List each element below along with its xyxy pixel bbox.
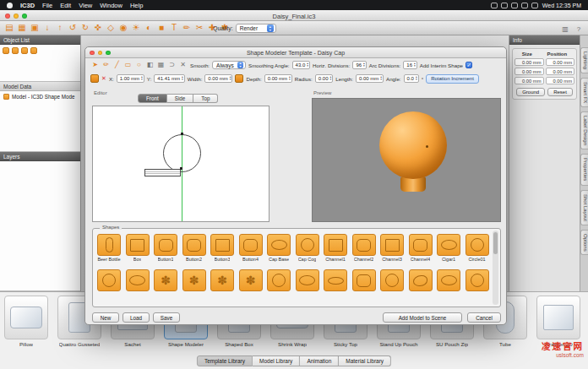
new-button[interactable]: New	[92, 312, 119, 323]
shape-item[interactable]	[436, 269, 461, 291]
redo-icon[interactable]: ↻	[80, 23, 90, 34]
add-icon[interactable]	[3, 47, 9, 54]
shape-item[interactable]: ✽	[238, 269, 264, 291]
profile-editor-canvas[interactable]	[92, 106, 270, 222]
shapes-scrollbar[interactable]	[493, 231, 498, 305]
panel-toggle-icon[interactable]: ▥	[560, 24, 570, 35]
stepper-icon[interactable]: ▴▾	[380, 76, 382, 82]
stepper-icon[interactable]: ▴▾	[289, 76, 291, 82]
smooth-dropdown-icon[interactable]: ▴▾	[237, 62, 243, 68]
tab-material-library[interactable]: Material Library	[339, 355, 391, 366]
edit-handle[interactable]	[180, 167, 182, 170]
rect-tool-icon[interactable]: ▭	[123, 61, 133, 70]
side-tab-shot-layout[interactable]: Shot Layout	[580, 190, 588, 225]
shape-item[interactable]	[125, 269, 150, 291]
editor-tab-front[interactable]: Front	[138, 94, 167, 103]
select-tool-icon[interactable]: ➤	[90, 61, 100, 70]
stepper-icon[interactable]: ▴▾	[230, 76, 231, 82]
help-icon[interactable]: ?	[574, 24, 584, 35]
stepper-icon[interactable]: ▴▾	[307, 62, 308, 68]
grid-snap-icon[interactable]: ▦	[156, 61, 166, 70]
eye-icon[interactable]	[30, 47, 37, 54]
shape-item[interactable]	[295, 269, 320, 291]
length-field[interactable]: 0.00 mm ▴▾	[356, 74, 384, 83]
shape-item[interactable]	[323, 269, 348, 291]
menu-edit[interactable]: Edit	[60, 2, 71, 9]
smoothing-angle-field[interactable]: 43.0 ▴▾	[292, 61, 310, 69]
profile-neck-shape[interactable]	[144, 169, 181, 176]
material-tool-icon[interactable]: ◐	[144, 23, 154, 34]
shape-item[interactable]	[465, 269, 490, 291]
y-field[interactable]: 41.41 mm ▴▾	[154, 74, 184, 83]
ground-button[interactable]: Ground	[516, 88, 545, 96]
side-tab-options[interactable]: Options	[580, 230, 588, 256]
stepper-icon[interactable]: ▴▾	[182, 76, 183, 82]
value-field[interactable]: 0.00 mm	[546, 77, 575, 84]
shape-item-cap-base[interactable]: Cap Base	[266, 234, 291, 262]
shape-item-channel3[interactable]: Channel3	[379, 234, 405, 262]
menu-view[interactable]: View	[79, 2, 92, 9]
stepper-icon[interactable]: ▴▾	[141, 76, 143, 82]
dialog-titlebar[interactable]: Shape Modeler Template - Daisy Cap	[85, 47, 506, 58]
scale-tool-icon[interactable]: ◇	[106, 23, 116, 34]
remove-icon[interactable]	[12, 47, 19, 54]
shape-item[interactable]	[351, 269, 377, 291]
add-interim-checkbox[interactable]	[466, 62, 472, 68]
shape-item-button3[interactable]: Button3	[210, 234, 235, 262]
side-tab-label-design[interactable]: Label Design	[580, 111, 588, 149]
tab-model-library[interactable]: Model Library	[253, 355, 300, 366]
cut-tool-icon[interactable]: ✂	[194, 23, 204, 34]
value-field[interactable]: 0.00 mm	[546, 68, 575, 75]
x-field[interactable]: 1.00 mm ▴▾	[117, 74, 144, 83]
reset-button[interactable]: Reset	[547, 88, 573, 96]
edit-handle[interactable]	[181, 133, 183, 135]
stepper-icon[interactable]: ▴▾	[329, 76, 331, 82]
mirror-tool-icon[interactable]: ◧	[145, 61, 155, 70]
add-model-to-scene-button[interactable]: Add Model to Scene	[383, 312, 462, 323]
editor-tab-top[interactable]: Top	[193, 94, 218, 103]
stepper-icon[interactable]: ▴▾	[414, 62, 416, 68]
radius-field[interactable]: 0.00 ▴▾	[315, 74, 333, 83]
menubar-clock[interactable]: Wed 12:35 PM	[542, 3, 581, 8]
model-tree-item[interactable]: Model - IC3D Shape Mode	[0, 91, 80, 102]
stepper-icon[interactable]: ▴▾	[363, 62, 365, 68]
model-tree-body[interactable]: Model - IC3D Shape Mode	[0, 91, 80, 152]
menu-ic3d[interactable]: IC3D	[20, 2, 35, 9]
open-file-icon[interactable]: ▦	[17, 23, 27, 34]
folder-icon[interactable]	[21, 47, 28, 54]
shape-item-cap-cog[interactable]: Cap Cog	[295, 234, 320, 262]
delete-point-icon[interactable]: ✕	[101, 75, 106, 82]
menu-file[interactable]: File	[42, 2, 52, 9]
width-field[interactable]: 0.00 mm ▴▾	[204, 74, 232, 83]
arc-divisions-field[interactable]: 16 ▴▾	[403, 61, 416, 69]
magnet-snap-icon[interactable]: ⊃	[167, 61, 177, 70]
window-titlebar[interactable]: Daisy_Final.ic3	[0, 10, 588, 21]
fill-swatch-icon[interactable]	[235, 74, 243, 83]
shape-item-cigar1[interactable]: Cigar1	[436, 234, 461, 262]
rotation-increment-button[interactable]: Rotation Increment	[426, 74, 479, 84]
shape-item[interactable]: ✽	[153, 269, 178, 291]
wifi-icon[interactable]	[521, 3, 528, 8]
object-list-body[interactable]	[0, 45, 80, 82]
shape-item-channel4[interactable]: Channel4	[408, 234, 433, 262]
shape-item-button1[interactable]: Button1	[153, 234, 178, 262]
library-item-pillow[interactable]: Pillow	[3, 296, 49, 347]
value-field[interactable]: 0.00 mm	[514, 58, 544, 66]
undo-icon[interactable]: ↺	[68, 23, 78, 34]
smooth-dropdown[interactable]: Always ▴▾	[212, 61, 246, 69]
line-tool-icon[interactable]: ╱	[112, 61, 122, 70]
new-file-icon[interactable]: ▤	[4, 23, 14, 34]
color-swatch-icon[interactable]	[90, 74, 99, 83]
shape-item[interactable]	[266, 269, 291, 291]
preview-3d-canvas[interactable]	[312, 98, 501, 222]
side-tab-lighting[interactable]: Lighting	[580, 47, 588, 73]
shape-item-circle01[interactable]: Circle01	[465, 234, 490, 262]
value-field[interactable]: 0.00 mm	[546, 58, 575, 66]
circle-tool-icon[interactable]: ○	[134, 61, 144, 70]
shape-item[interactable]: ✽	[182, 269, 207, 291]
shape-item[interactable]	[96, 269, 122, 291]
shape-item-button4[interactable]: Button4	[238, 234, 264, 262]
shape-item-beer-bottle[interactable]: Beer Bottle	[96, 234, 122, 262]
camera-tool-icon[interactable]: ◉	[118, 23, 128, 34]
light-tool-icon[interactable]: ☀	[131, 23, 141, 34]
